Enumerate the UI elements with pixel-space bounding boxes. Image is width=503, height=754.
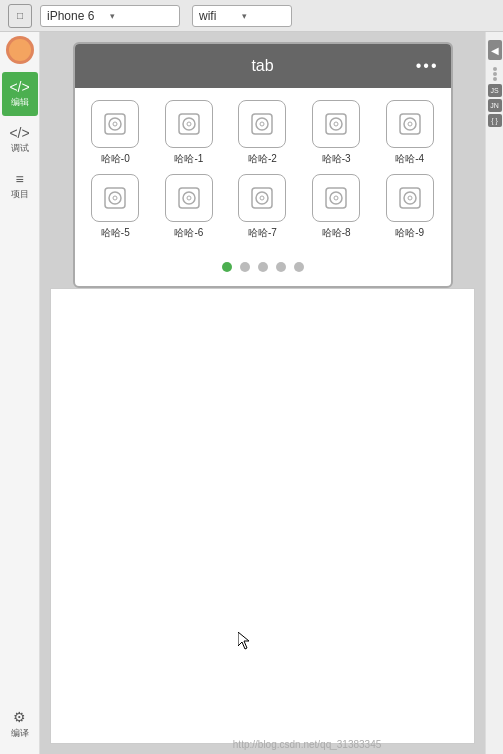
phone-mockup: tab ••• 哈哈-0 哈哈- [73,42,453,288]
svg-point-4 [183,118,195,130]
sidebar-item-project[interactable]: ≡ 项目 [2,164,38,208]
svg-point-22 [256,192,268,204]
sidebar-bottom: ⚙ 编译 [2,702,38,754]
grid-item-icon[interactable] [386,100,434,148]
svg-rect-21 [252,188,272,208]
avatar [6,36,34,64]
grid-item: 哈哈-3 [303,100,369,166]
grid-item: 哈哈-0 [83,100,149,166]
phone-grid: 哈哈-0 哈哈-1 哈哈-2 [75,88,451,252]
grid-item-label: 哈哈-1 [174,152,203,166]
right-arrow-button[interactable]: ◀ [488,40,502,60]
right-tag-js[interactable]: JS [488,84,502,97]
grid-item: 哈哈-9 [377,174,443,240]
avatar-face [9,39,31,61]
grid-item: 哈哈-4 [377,100,443,166]
debug-icon: </> [9,126,29,140]
grid-item-icon[interactable] [386,174,434,222]
edit-icon: </> [9,80,29,94]
wifi-select[interactable]: wifi ▾ [192,5,292,27]
right-tag-braces[interactable]: { } [488,114,502,127]
svg-rect-18 [179,188,199,208]
left-sidebar: </> 编辑 </> 调试 ≡ 项目 ⚙ 编译 [0,32,40,754]
compile-icon: ⚙ [13,709,26,725]
sidebar-edit-label: 编辑 [11,96,29,109]
grid-item: 哈哈-5 [83,174,149,240]
tab-title: tab [251,57,273,75]
svg-point-10 [330,118,342,130]
grid-item-label: 哈哈-3 [322,152,351,166]
svg-point-13 [404,118,416,130]
svg-point-1 [109,118,121,130]
pagination-dot[interactable] [240,262,250,272]
device-arrow: ▾ [110,11,173,21]
svg-point-17 [113,196,117,200]
grid-item-label: 哈哈-7 [248,226,277,240]
grid-item-label: 哈哈-2 [248,152,277,166]
svg-point-8 [260,122,264,126]
tab-dots: ••• [416,57,439,75]
grid-item-label: 哈哈-6 [174,226,203,240]
svg-point-28 [404,192,416,204]
sidebar-item-compile[interactable]: ⚙ 编译 [2,702,38,746]
svg-point-23 [260,196,264,200]
pagination-dots [75,252,451,286]
sidebar-project-label: 项目 [11,188,29,201]
svg-point-7 [256,118,268,130]
svg-rect-12 [400,114,420,134]
sidebar-item-edit[interactable]: </> 编辑 [2,72,38,116]
grid-item-label: 哈哈-5 [101,226,130,240]
top-bar: □ iPhone 6 ▾ wifi ▾ [0,0,503,32]
grid-item-icon[interactable] [238,100,286,148]
grid-item: 哈哈-6 [156,174,222,240]
svg-rect-6 [252,114,272,134]
svg-point-11 [334,122,338,126]
svg-point-2 [113,122,117,126]
pagination-dot[interactable] [276,262,286,272]
main-layout: </> 编辑 </> 调试 ≡ 项目 ⚙ 编译 tab ••• [0,32,503,754]
device-select[interactable]: iPhone 6 ▾ [40,5,180,27]
wifi-arrow: ▾ [242,11,285,21]
sidebar-debug-label: 调试 [11,142,29,155]
svg-rect-0 [105,114,125,134]
grid-item: 哈哈-8 [303,174,369,240]
svg-rect-15 [105,188,125,208]
center-area: tab ••• 哈哈-0 哈哈- [40,32,485,754]
pagination-dot[interactable] [294,262,304,272]
grid-item: 哈哈-7 [230,174,296,240]
square-icon: □ [8,4,32,28]
grid-item-icon[interactable] [312,174,360,222]
pagination-dot[interactable] [222,262,232,272]
svg-point-16 [109,192,121,204]
watermark: http://blog.csdn.net/qq_31383345 [233,739,381,750]
svg-point-20 [187,196,191,200]
svg-rect-24 [326,188,346,208]
svg-rect-3 [179,114,199,134]
grid-item-icon[interactable] [165,174,213,222]
grid-item-label: 哈哈-9 [395,226,424,240]
sidebar-item-debug[interactable]: </> 调试 [2,118,38,162]
grid-item-label: 哈哈-8 [322,226,351,240]
wifi-label: wifi [199,9,242,23]
right-tag-jn[interactable]: JN [488,99,502,112]
grid-item-icon[interactable] [238,174,286,222]
grid-item-icon[interactable] [312,100,360,148]
svg-point-25 [330,192,342,204]
grid-item-icon[interactable] [165,100,213,148]
svg-point-14 [408,122,412,126]
grid-item-icon[interactable] [91,100,139,148]
below-phone-area [50,288,475,744]
svg-point-26 [334,196,338,200]
project-icon: ≡ [15,172,23,186]
grid-item-icon[interactable] [91,174,139,222]
svg-point-29 [408,196,412,200]
grid-item: 哈哈-1 [156,100,222,166]
grid-item: 哈哈-2 [230,100,296,166]
device-label: iPhone 6 [47,9,110,23]
grid-item-label: 哈哈-4 [395,152,424,166]
svg-point-5 [187,122,191,126]
grid-item-label: 哈哈-0 [101,152,130,166]
svg-point-19 [183,192,195,204]
right-expand-indicator [493,66,497,82]
pagination-dot[interactable] [258,262,268,272]
